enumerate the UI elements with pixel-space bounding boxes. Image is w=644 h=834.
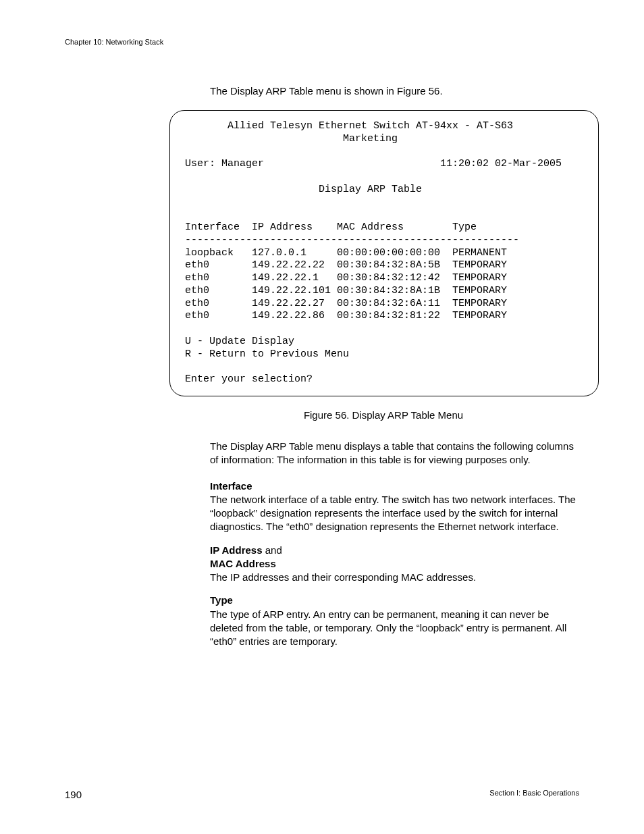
running-header: Chapter 10: Networking Stack [65,37,579,47]
page-number: 190 [65,788,82,802]
definition-interface: Interface The network interface of a tab… [210,479,579,534]
definition-type: Type The type of ARP entry. An entry can… [210,594,579,648]
figure-caption: Figure 56. Display ARP Table Menu [169,409,597,422]
term-type: Type [210,594,233,606]
definition-ip-mac: IP Address and MAC Address The IP addres… [210,544,579,585]
body-ip-mac: The IP addresses and their corresponding… [210,571,476,583]
terminal-screen: Allied Telesyn Ethernet Switch AT-94xx -… [169,110,599,396]
and-text: and [263,544,282,556]
section-label: Section I: Basic Operations [489,788,579,798]
term-ip-address: IP Address [210,544,263,556]
term-mac-address: MAC Address [210,558,276,569]
intro-paragraph: The Display ARP Table menu is shown in F… [210,84,579,98]
body-interface: The network interface of a table entry. … [210,494,576,533]
main-content: The Display ARP Table menu is shown in F… [210,84,579,649]
body-type: The type of ARP entry. An entry can be p… [210,608,566,648]
page-footer: 190 Section I: Basic Operations [65,788,579,802]
term-interface: Interface [210,480,252,492]
description-paragraph: The Display ARP Table menu displays a ta… [210,440,579,467]
